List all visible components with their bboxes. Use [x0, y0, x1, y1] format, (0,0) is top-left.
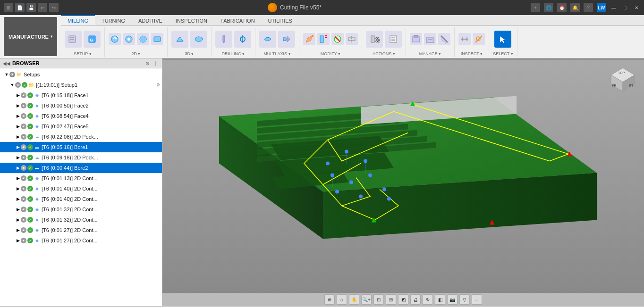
minimize-btn[interactable]: — — [610, 4, 618, 11]
tree-item-cont4[interactable]: ▶ 👁 ✓ ◆ [T6 (0:01:32)] 2D Cont... — [0, 204, 162, 215]
tree-arrow-face4[interactable]: ▶ — [15, 113, 21, 119]
setup-icon-1[interactable] — [65, 31, 82, 48]
chk-pocket2[interactable]: ✓ — [27, 155, 33, 160]
chk-cont6[interactable]: ✓ — [27, 227, 33, 233]
vis-cont6[interactable]: 👁 — [21, 227, 26, 233]
inspect-icon-2[interactable] — [473, 33, 485, 45]
vis-cont4[interactable]: 👁 — [21, 207, 26, 212]
browser-collapse-icon[interactable]: ◀◀ — [3, 61, 10, 66]
chk-face5[interactable]: ✓ — [27, 124, 33, 129]
2d-icon-1[interactable] — [109, 33, 121, 45]
tree-arrow-cont2[interactable]: ▶ — [15, 186, 21, 191]
chk-face1[interactable]: ✓ — [27, 92, 33, 98]
tree-item-setups[interactable]: ▼ 👁 📁 Setups — [0, 69, 162, 80]
modify-icon-1[interactable] — [303, 33, 315, 45]
modify-icon-2[interactable] — [317, 33, 330, 45]
tree-arrow-pocket2[interactable]: ▶ — [15, 155, 21, 160]
tree-arrow-face1[interactable]: ▶ — [15, 92, 21, 98]
vp-camera-icon[interactable]: 📷 — [447, 294, 458, 305]
tree-item-pocket1[interactable]: ▶ 👁 ✓ ☁ [T6 (0:22:08)] 2D Pock... — [0, 132, 162, 142]
close-btn[interactable]: ✕ — [633, 4, 640, 11]
help-icon[interactable]: ? — [584, 3, 593, 12]
2d-icon-2[interactable] — [123, 33, 135, 45]
tree-arrow-pocket1[interactable]: ▶ — [15, 134, 21, 140]
drill-icon-2[interactable] — [234, 31, 251, 48]
tree-item-cont1[interactable]: ▶ 👁 ✓ ◆ [T6 (0:01:13)] 2D Cont... — [0, 173, 162, 183]
tree-arrow-cont1[interactable]: ▶ — [15, 175, 21, 181]
visibility-icon[interactable]: 👁 — [9, 72, 15, 77]
vp-filter-icon[interactable]: ▽ — [459, 294, 470, 305]
2d-icon-4[interactable] — [151, 33, 163, 45]
new-tab-btn[interactable]: + — [531, 3, 540, 12]
manage-icon-3[interactable] — [438, 33, 450, 45]
chk-face2[interactable]: ✓ — [27, 103, 33, 108]
vp-layer1-icon[interactable]: ◧ — [435, 294, 445, 305]
viewport[interactable]: TOP FR RT ⊕ ⌂ ✋ 🔍+ ⊡ ⊞ ◩ 🖨 ↻ ◧ 📷 ▽ ← — [162, 58, 644, 306]
vp-zoomfit-icon[interactable]: ⊡ — [373, 294, 384, 305]
vis-pocket1[interactable]: 👁 — [21, 134, 26, 140]
vp-display-icon[interactable]: ◩ — [398, 294, 408, 305]
chk-cont3[interactable]: ✓ — [27, 196, 33, 202]
2d-icon-3[interactable] — [137, 33, 149, 45]
drill-icon-1[interactable] — [215, 31, 232, 48]
vis-face2[interactable]: 👁 — [21, 103, 26, 108]
vp-grid-icon[interactable]: ⊞ — [386, 294, 396, 305]
save-icon[interactable]: 💾 — [26, 3, 36, 12]
chk-bore1[interactable]: ✓ — [27, 144, 33, 150]
inspect-icon-1[interactable] — [458, 33, 471, 45]
3d-icon-2[interactable] — [190, 31, 207, 48]
chk-cont5[interactable]: ✓ — [27, 217, 33, 223]
tab-additive[interactable]: ADDITIVE — [132, 15, 169, 25]
tab-turning[interactable]: TURNING — [95, 15, 132, 25]
maximize-btn[interactable]: □ — [621, 4, 629, 11]
tab-fabrication[interactable]: FABRICATION — [214, 15, 262, 25]
clock-icon[interactable]: ⏰ — [557, 3, 567, 12]
tab-inspection[interactable]: INSPECTION — [169, 15, 214, 25]
setup1-settings-icon[interactable]: ⚙ — [156, 83, 160, 87]
manage-icon-1[interactable] — [410, 33, 422, 45]
tree-arrow-cont5[interactable]: ▶ — [15, 217, 21, 223]
chk-cont7[interactable]: ✓ — [27, 238, 33, 243]
tree-item-cont7[interactable]: ▶ 👁 ✓ ◆ [T6 (0:01:27)] 2D Cont... — [0, 235, 162, 246]
manage-icon-2[interactable] — [424, 33, 436, 45]
tree-item-bore2[interactable]: ▶ 👁 ✓ ▬ [T6 (0:00:44)] Bore2 — [0, 163, 162, 173]
check-icon-setup1[interactable]: ✓ — [22, 82, 27, 88]
bell-icon[interactable]: 🔔 — [570, 3, 580, 12]
tree-arrow-setup1[interactable]: ▼ — [9, 82, 15, 88]
vis-face1[interactable]: 👁 — [21, 92, 26, 98]
redo-icon[interactable]: ↪ — [49, 3, 59, 12]
tree-item-bore1[interactable]: ▶ 👁 ✓ ▬ [T6 (0:05:16)] Bore1 — [0, 142, 162, 152]
grid-icon[interactable]: ⊞ — [4, 3, 13, 12]
tree-arrow-bore1[interactable]: ▶ — [15, 144, 21, 150]
ma-icon-1[interactable] — [259, 31, 276, 48]
tree-item-face1[interactable]: ▶ 👁 ✓ ◆ [T6 (0:15:18)] Face1 — [0, 90, 162, 100]
undo-icon[interactable]: ↩ — [38, 3, 47, 12]
tree-arrow-cont6[interactable]: ▶ — [15, 227, 21, 233]
user-avatar[interactable]: LW — [597, 3, 606, 12]
tree-arrow-cont4[interactable]: ▶ — [15, 207, 21, 212]
tree-item-face2[interactable]: ▶ 👁 ✓ ◆ [T6 (0:00:50)] Face2 — [0, 100, 162, 111]
vis-cont7[interactable]: 👁 — [21, 238, 26, 243]
vis-bore1[interactable]: 👁 — [21, 144, 26, 150]
modify-icon-4[interactable] — [346, 33, 358, 45]
vis-face5[interactable]: 👁 — [21, 124, 26, 129]
vp-back-icon[interactable]: ← — [472, 294, 482, 305]
tree-item-setup1[interactable]: ▼ 👁 ✓ 📁 [(1:19:01)] Setup1 ⚙ — [0, 80, 162, 90]
3d-icon-1[interactable] — [171, 31, 188, 48]
setup-icon-2[interactable]: G — [84, 31, 101, 48]
tree-item-pocket2[interactable]: ▶ 👁 ✓ ☁ [T6 (0:09:18)] 2D Pock... — [0, 152, 162, 163]
tree-item-cont6[interactable]: ▶ 👁 ✓ ◆ [T6 (0:01:27)] 2D Cont... — [0, 225, 162, 235]
browser-settings-icon[interactable]: ⊙ — [144, 60, 151, 66]
vis-cont1[interactable]: 👁 — [21, 175, 26, 181]
globe-icon[interactable]: 🌐 — [544, 3, 553, 12]
ma-icon-2[interactable] — [278, 31, 295, 48]
tab-utilities[interactable]: UTILITIES — [262, 15, 299, 25]
tree-arrow-face5[interactable]: ▶ — [15, 124, 21, 129]
orientation-cube[interactable]: TOP FR RT — [606, 63, 639, 96]
manufacture-button[interactable]: MANUFACTURE ▾ — [4, 17, 57, 56]
vis-pocket2[interactable]: 👁 — [21, 155, 26, 160]
chk-pocket1[interactable]: ✓ — [27, 134, 33, 140]
vp-rotate-icon[interactable]: ↻ — [423, 294, 433, 305]
vp-zoomin-icon[interactable]: 🔍+ — [361, 294, 372, 305]
tree-item-cont3[interactable]: ▶ 👁 ✓ ◆ [T6 (0:01:40)] 2D Cont... — [0, 194, 162, 204]
